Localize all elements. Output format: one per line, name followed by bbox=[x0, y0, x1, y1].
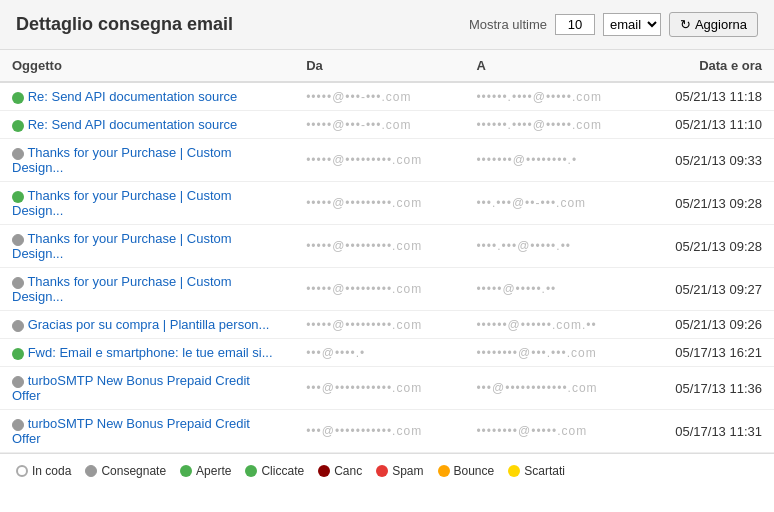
email-date: 05/21/13 09:33 bbox=[635, 139, 774, 182]
col-header-da: Da bbox=[294, 50, 464, 82]
legend-dot bbox=[180, 465, 192, 477]
email-to: •••.•••@••-•••.com bbox=[464, 182, 634, 225]
email-date: 05/21/13 09:27 bbox=[635, 268, 774, 311]
status-dot bbox=[12, 320, 24, 332]
status-dot bbox=[12, 148, 24, 160]
email-to: ••••••••@•••••.com bbox=[464, 410, 634, 453]
table-row[interactable]: Fwd: Email e smartphone: le tue email si… bbox=[0, 339, 774, 367]
legend-dot bbox=[16, 465, 28, 477]
email-to: ••••••.••••@•••••.com bbox=[464, 111, 634, 139]
status-dot bbox=[12, 348, 24, 360]
legend-label: Scartati bbox=[524, 464, 565, 478]
email-from: •••••@•••-•••.com bbox=[294, 82, 464, 111]
legend-label: Consegnate bbox=[101, 464, 166, 478]
refresh-icon: ↻ bbox=[680, 17, 691, 32]
email-table-container: Oggetto Da A Data e ora Re: Send API doc… bbox=[0, 50, 774, 453]
refresh-label: Aggiorna bbox=[695, 17, 747, 32]
legend-item: Consegnate bbox=[85, 464, 166, 478]
email-subject-link[interactable]: Thanks for your Purchase | Custom Design… bbox=[12, 188, 232, 218]
table-row[interactable]: Thanks for your Purchase | Custom Design… bbox=[0, 225, 774, 268]
status-dot bbox=[12, 234, 24, 246]
legend-label: Canc bbox=[334, 464, 362, 478]
col-header-data: Data e ora bbox=[635, 50, 774, 82]
email-subject-link[interactable]: Gracias por su compra | Plantilla person… bbox=[28, 317, 270, 332]
email-subject-link[interactable]: turboSMTP New Bonus Prepaid Credit Offer bbox=[12, 416, 250, 446]
table-row[interactable]: Re: Send API documentation source•••••@•… bbox=[0, 111, 774, 139]
email-date: 05/17/13 11:36 bbox=[635, 367, 774, 410]
col-header-a: A bbox=[464, 50, 634, 82]
email-date: 05/21/13 11:10 bbox=[635, 111, 774, 139]
email-to: •••••@•••••.•• bbox=[464, 268, 634, 311]
status-dot bbox=[12, 419, 24, 431]
legend-item: Spam bbox=[376, 464, 423, 478]
email-from: •••••@•••-•••.com bbox=[294, 111, 464, 139]
email-from: •••••@•••••••••.com bbox=[294, 182, 464, 225]
email-table: Oggetto Da A Data e ora Re: Send API doc… bbox=[0, 50, 774, 453]
email-to: ••••••.••••@•••••.com bbox=[464, 82, 634, 111]
legend-dot bbox=[245, 465, 257, 477]
legend: In codaConsegnateAperteCliccateCancSpamB… bbox=[0, 453, 774, 488]
email-from: •••@•••••••••••.com bbox=[294, 367, 464, 410]
count-input[interactable] bbox=[555, 14, 595, 35]
table-row[interactable]: Re: Send API documentation source•••••@•… bbox=[0, 82, 774, 111]
header-controls: Mostra ultime email ↻ Aggiorna bbox=[469, 12, 758, 37]
email-subject-link[interactable]: Fwd: Email e smartphone: le tue email si… bbox=[28, 345, 273, 360]
legend-label: Spam bbox=[392, 464, 423, 478]
legend-dot bbox=[376, 465, 388, 477]
email-to: ••••.•••@•••••.•• bbox=[464, 225, 634, 268]
legend-dot bbox=[85, 465, 97, 477]
table-header-row: Oggetto Da A Data e ora bbox=[0, 50, 774, 82]
email-date: 05/21/13 09:28 bbox=[635, 225, 774, 268]
email-to: •••@••••••••••••.com bbox=[464, 367, 634, 410]
email-from: •••••@•••••••••.com bbox=[294, 311, 464, 339]
table-row[interactable]: Gracias por su compra | Plantilla person… bbox=[0, 311, 774, 339]
email-from: •••••@•••••••••.com bbox=[294, 268, 464, 311]
legend-label: Cliccate bbox=[261, 464, 304, 478]
page-title: Dettaglio consegna email bbox=[16, 14, 233, 35]
email-from: •••••@•••••••••.com bbox=[294, 139, 464, 182]
table-row[interactable]: turboSMTP New Bonus Prepaid Credit Offer… bbox=[0, 410, 774, 453]
status-dot bbox=[12, 120, 24, 132]
legend-label: In coda bbox=[32, 464, 71, 478]
legend-dot bbox=[318, 465, 330, 477]
legend-dot bbox=[508, 465, 520, 477]
email-date: 05/21/13 09:26 bbox=[635, 311, 774, 339]
status-dot bbox=[12, 92, 24, 104]
mostra-label: Mostra ultime bbox=[469, 17, 547, 32]
legend-item: Cliccate bbox=[245, 464, 304, 478]
table-row[interactable]: Thanks for your Purchase | Custom Design… bbox=[0, 268, 774, 311]
email-date: 05/21/13 11:18 bbox=[635, 82, 774, 111]
email-select[interactable]: email bbox=[603, 13, 661, 36]
status-dot bbox=[12, 277, 24, 289]
email-subject-link[interactable]: Thanks for your Purchase | Custom Design… bbox=[12, 145, 232, 175]
table-row[interactable]: Thanks for your Purchase | Custom Design… bbox=[0, 182, 774, 225]
email-from: •••@•••••••••••.com bbox=[294, 410, 464, 453]
email-subject-link[interactable]: Thanks for your Purchase | Custom Design… bbox=[12, 231, 232, 261]
email-to: ••••••@••••••.com.•• bbox=[464, 311, 634, 339]
legend-label: Aperte bbox=[196, 464, 231, 478]
legend-item: Aperte bbox=[180, 464, 231, 478]
refresh-button[interactable]: ↻ Aggiorna bbox=[669, 12, 758, 37]
col-header-oggetto: Oggetto bbox=[0, 50, 294, 82]
email-subject-link[interactable]: Re: Send API documentation source bbox=[28, 117, 238, 132]
email-from: •••@••••.• bbox=[294, 339, 464, 367]
email-subject-link[interactable]: turboSMTP New Bonus Prepaid Credit Offer bbox=[12, 373, 250, 403]
table-row[interactable]: turboSMTP New Bonus Prepaid Credit Offer… bbox=[0, 367, 774, 410]
table-row[interactable]: Thanks for your Purchase | Custom Design… bbox=[0, 139, 774, 182]
email-subject-link[interactable]: Thanks for your Purchase | Custom Design… bbox=[12, 274, 232, 304]
page-header: Dettaglio consegna email Mostra ultime e… bbox=[0, 0, 774, 50]
email-date: 05/17/13 11:31 bbox=[635, 410, 774, 453]
legend-label: Bounce bbox=[454, 464, 495, 478]
legend-item: In coda bbox=[16, 464, 71, 478]
email-date: 05/21/13 09:28 bbox=[635, 182, 774, 225]
legend-item: Canc bbox=[318, 464, 362, 478]
email-to: •••••••@••••••••.• bbox=[464, 139, 634, 182]
legend-dot bbox=[438, 465, 450, 477]
email-to: ••••••••@•••.•••.com bbox=[464, 339, 634, 367]
status-dot bbox=[12, 376, 24, 388]
legend-item: Scartati bbox=[508, 464, 565, 478]
email-date: 05/17/13 16:21 bbox=[635, 339, 774, 367]
legend-item: Bounce bbox=[438, 464, 495, 478]
email-subject-link[interactable]: Re: Send API documentation source bbox=[28, 89, 238, 104]
status-dot bbox=[12, 191, 24, 203]
